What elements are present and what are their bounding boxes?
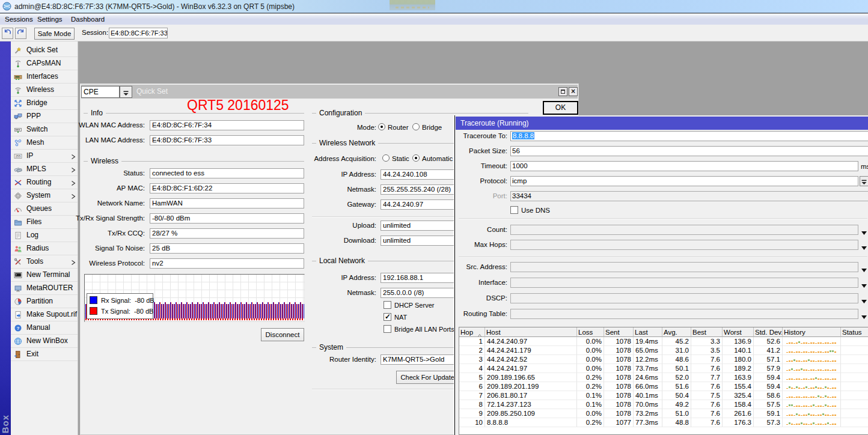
traceroute-field-max-hops-[interactable] [510,240,858,250]
table-cell[interactable]: 6 [459,382,485,391]
table-cell[interactable]: 1078 [604,337,634,346]
table-cell[interactable]: 59.4 [754,373,783,382]
sidebar-item-new-terminal[interactable]: New Terminal [11,269,78,282]
table-cell[interactable]: 24.6ms [634,373,662,382]
sidebar-item-make-supout-rif[interactable]: Make Supout.rif [11,308,78,321]
table-cell[interactable]: 1078 [604,409,634,418]
table-cell[interactable]: 7.6 [691,409,723,418]
table-cell[interactable]: 40.1ms [634,391,662,400]
acq-automatic-radio[interactable] [412,154,420,162]
table-cell[interactable] [783,400,841,409]
menu-dashboard[interactable]: Dashboard [66,14,109,25]
table-cell[interactable]: 1078 [604,391,634,400]
traceroute-field-protocol-[interactable]: icmp [510,176,858,186]
table-cell[interactable]: 209.85.250.109 [485,409,577,418]
table-cell[interactable]: 7.6 [691,355,723,364]
table-cell[interactable] [841,364,868,373]
table-cell[interactable]: 0.0% [577,355,604,364]
table-header-worst[interactable]: Worst [723,327,754,337]
table-cell[interactable] [783,364,841,373]
table-cell[interactable]: 0.0% [577,346,604,355]
table-cell[interactable]: 163.9 [723,373,754,382]
dropdown-arrow-icon[interactable] [861,228,867,232]
table-cell[interactable]: 0.0% [577,337,604,346]
table-cell[interactable]: 136.9 [723,337,754,346]
disconnect-button[interactable]: Disconnect [261,328,304,341]
sidebar-item-ip[interactable]: 255IP [11,150,78,163]
table-cell[interactable]: 189.2 [723,364,754,373]
mode-bridge-radio[interactable] [412,123,420,130]
table-cell[interactable]: 44.24.241.179 [485,346,577,355]
table-cell[interactable]: 57.1 [754,355,783,364]
table-cell[interactable]: 5 [459,373,485,382]
table-cell[interactable] [783,409,841,418]
session-field[interactable]: E4:8D:8C:F6:7F:33 [109,28,168,38]
quickset-titlebar[interactable]: CPE Quick Set × [81,85,578,99]
table-cell[interactable]: 2 [459,346,485,355]
table-header-history[interactable]: History [783,327,841,337]
table-header-status[interactable]: Status [841,327,868,337]
info-field[interactable]: E4:8D:8C:F6:7F:33 [150,135,304,145]
menu-settings[interactable]: Settings [32,14,67,25]
table-cell[interactable]: 44.24.241.97 [485,364,577,373]
sidebar-item-files[interactable]: Files [11,216,78,229]
traceroute-field-traceroute-to-[interactable]: 8.8.8.8 [510,131,868,141]
ok-button[interactable]: OK [543,101,578,115]
table-cell[interactable]: 45.2 [662,337,691,346]
table-cell[interactable] [783,346,841,355]
table-cell[interactable]: 0.1% [577,391,604,400]
table-cell[interactable]: 261.6 [723,409,754,418]
table-cell[interactable]: 49.2 [662,400,691,409]
table-cell[interactable]: 57.9 [754,364,783,373]
table-cell[interactable] [783,355,841,364]
table-cell[interactable]: 72.14.237.123 [485,400,577,409]
traceroute-field-interface-[interactable] [510,278,858,288]
table-cell[interactable]: 50.4 [662,391,691,400]
traceroute-field-count-[interactable] [510,225,858,235]
table-cell[interactable]: 73.2ms [634,409,662,418]
table-cell[interactable] [783,337,841,346]
window-titlebar[interactable]: admin@E4:8D:8C:F6:7F:33 (K7MM-QRT5->Gold… [0,0,868,13]
table-cell[interactable]: 1078 [604,346,634,355]
restore-button[interactable] [558,87,567,96]
traceroute-titlebar[interactable]: Traceroute (Running) [456,117,868,130]
table-cell[interactable] [841,391,868,400]
table-cell[interactable]: 0.2% [577,418,604,427]
table-cell[interactable] [841,373,868,382]
checkbox-bridge-all-lan-ports[interactable] [384,325,391,333]
table-cell[interactable] [783,391,841,400]
sidebar-item-interfaces[interactable]: Interfaces [11,70,78,84]
traceroute-field-src-address-[interactable] [510,262,858,272]
table-cell[interactable]: 1078 [604,400,634,409]
table-cell[interactable]: 325.4 [723,391,754,400]
dropdown-arrow-icon[interactable] [861,281,867,285]
table-cell[interactable]: 52.6 [754,337,783,346]
table-cell[interactable]: 0.1% [577,400,604,409]
table-cell[interactable]: 155.4 [723,382,754,391]
table-cell[interactable]: 44.24.242.52 [485,355,577,364]
table-cell[interactable] [841,418,868,427]
table-cell[interactable]: 0.0% [577,409,604,418]
sidebar-item-wireless[interactable]: Wireless [11,84,78,97]
table-header-std-dev-[interactable]: Std. Dev. [754,327,783,337]
table-cell[interactable] [841,400,868,409]
sidebar-item-new-winbox[interactable]: New WinBox [11,335,78,348]
table-cell[interactable]: 209.189.201.199 [485,382,577,391]
table-cell[interactable]: 1078 [604,382,634,391]
dropdown-arrow-icon[interactable] [861,266,867,269]
sidebar-item-metarouter[interactable]: MetaROUTER [11,282,78,295]
table-cell[interactable]: 59.1 [754,409,783,418]
table-cell[interactable]: 140.1 [723,346,754,355]
quickset-mode-combo-button[interactable] [120,86,132,98]
table-cell[interactable]: 48.6 [662,355,691,364]
table-cell[interactable] [841,346,868,355]
table-header-hop[interactable]: Hop [459,327,485,337]
redo-button[interactable] [15,28,26,39]
sidebar-item-tools[interactable]: Tools [11,255,78,269]
table-cell[interactable]: 3 [459,355,485,364]
sidebar-item-switch[interactable]: Switch [11,123,78,136]
table-cell[interactable]: 19.4ms [634,337,662,346]
sidebar-item-exit[interactable]: Exit [11,348,78,361]
table-cell[interactable]: 9 [459,409,485,418]
table-cell[interactable] [783,418,841,427]
